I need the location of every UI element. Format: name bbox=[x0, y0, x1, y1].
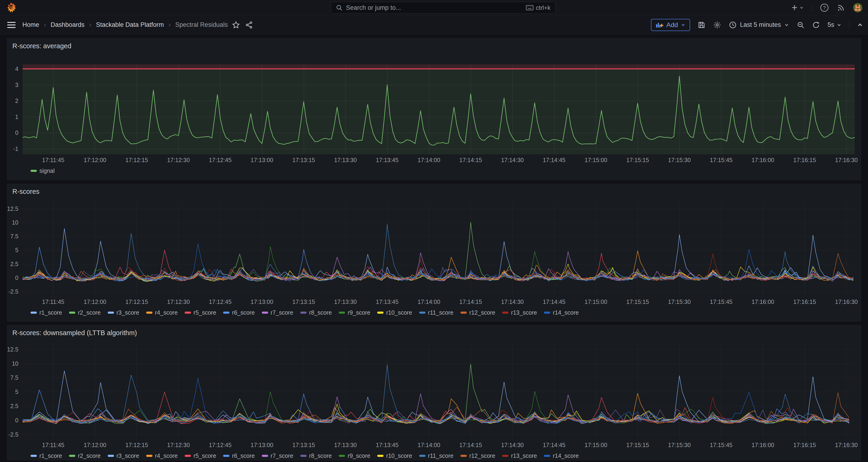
x-tick-label: 17:11:45 bbox=[42, 299, 64, 305]
x-tick-label: 17:15:00 bbox=[585, 299, 607, 305]
legend-label: r1_score bbox=[39, 453, 62, 459]
legend-item[interactable]: r13_score bbox=[502, 309, 537, 316]
legend-item[interactable]: r5_score bbox=[185, 453, 216, 459]
zoom-out-icon[interactable] bbox=[797, 21, 805, 29]
legend-color-pill bbox=[461, 312, 467, 314]
refresh-interval-picker[interactable]: 5s bbox=[828, 21, 842, 28]
legend-item[interactable]: r14_score bbox=[544, 453, 579, 459]
help-icon[interactable]: ? bbox=[820, 3, 829, 12]
x-tick-label: 17:15:30 bbox=[668, 157, 690, 163]
legend-item[interactable]: r5_score bbox=[185, 309, 216, 316]
legend-item[interactable]: r6_score bbox=[223, 309, 255, 316]
refresh-icon[interactable] bbox=[812, 21, 820, 29]
time-series-chart[interactable] bbox=[23, 343, 855, 439]
x-tick-label: 17:12:30 bbox=[167, 157, 190, 163]
legend-label: r7_score bbox=[271, 309, 293, 316]
y-tick-label: -2.5 bbox=[8, 288, 19, 295]
user-avatar[interactable] bbox=[853, 3, 862, 12]
legend-item[interactable]: r12_score bbox=[461, 453, 495, 459]
legend-item[interactable]: r4_score bbox=[146, 453, 178, 459]
x-tick-label: 17:12:15 bbox=[125, 299, 148, 305]
top-nav-bar: Search or jump to... ctrl+k + ? bbox=[0, 0, 868, 16]
search-icon bbox=[336, 4, 343, 11]
x-tick-label: 17:13:45 bbox=[376, 157, 398, 163]
x-tick-label: 17:13:45 bbox=[376, 442, 398, 449]
x-tick-label: 17:12:30 bbox=[167, 442, 190, 449]
x-axis-labels: 17:11:4517:12:0017:12:1517:12:3017:12:45… bbox=[23, 442, 855, 450]
legend-item[interactable]: signal bbox=[31, 167, 55, 174]
legend-item[interactable]: r8_score bbox=[300, 309, 332, 316]
legend-item[interactable]: r14_score bbox=[544, 309, 579, 316]
legend-label: r13_score bbox=[511, 309, 537, 316]
x-tick-label: 17:16:30 bbox=[835, 157, 858, 163]
legend-item[interactable]: r4_score bbox=[146, 309, 178, 316]
legend-color-pill bbox=[31, 455, 37, 457]
time-range-picker[interactable]: Last 5 minutes bbox=[729, 21, 789, 29]
x-tick-label: 17:16:30 bbox=[835, 299, 858, 305]
time-series-chart[interactable] bbox=[23, 203, 855, 296]
legend-item[interactable]: r6_score bbox=[223, 453, 255, 459]
chart-canvas[interactable] bbox=[23, 203, 855, 296]
legend-item[interactable]: r11_score bbox=[419, 309, 454, 316]
dashboard-toolbar: Home › Dashboards › Stackable Data Platf… bbox=[0, 16, 868, 34]
y-tick-label: 10 bbox=[12, 219, 19, 226]
legend-item[interactable]: r7_score bbox=[262, 453, 293, 459]
dashboard-settings-gear-icon[interactable] bbox=[713, 21, 721, 29]
legend-item[interactable]: r10_score bbox=[377, 309, 412, 316]
legend-color-pill bbox=[300, 312, 307, 314]
search-input[interactable]: Search or jump to... ctrl+k bbox=[331, 2, 555, 13]
legend-color-pill bbox=[419, 455, 426, 457]
breadcrumb-dashboards[interactable]: Dashboards bbox=[51, 21, 85, 28]
y-tick-label: 7.5 bbox=[10, 374, 19, 381]
panel-title[interactable]: R-scores: downsampled (LTTB algorithm) bbox=[12, 329, 137, 337]
x-tick-label: 17:14:00 bbox=[417, 442, 440, 449]
save-dashboard-icon[interactable] bbox=[698, 21, 706, 29]
search-shortcut: ctrl+k bbox=[526, 4, 551, 11]
legend-item[interactable]: r12_score bbox=[461, 309, 495, 316]
new-menu-button[interactable]: + bbox=[792, 3, 804, 12]
legend-color-pill bbox=[544, 312, 550, 314]
time-series-chart[interactable] bbox=[23, 64, 855, 154]
legend-label: r3_score bbox=[117, 309, 139, 316]
chart-canvas[interactable] bbox=[23, 64, 855, 154]
legend-item[interactable]: r8_score bbox=[300, 453, 332, 459]
news-rss-icon[interactable] bbox=[837, 3, 845, 12]
panel-title[interactable]: R-scores bbox=[12, 188, 39, 195]
legend-item[interactable]: r7_score bbox=[262, 309, 293, 316]
add-panel-button[interactable]: Add bbox=[651, 19, 690, 31]
x-tick-label: 17:15:00 bbox=[585, 442, 607, 449]
legend-item[interactable]: r9_score bbox=[339, 453, 370, 459]
y-axis-labels: 43210-1 bbox=[7, 64, 20, 174]
share-icon[interactable] bbox=[245, 21, 253, 29]
legend-item[interactable]: r2_score bbox=[69, 453, 100, 459]
legend-item[interactable]: r3_score bbox=[108, 309, 139, 316]
breadcrumb-home[interactable]: Home bbox=[22, 21, 39, 28]
legend-label: r8_score bbox=[309, 309, 332, 316]
legend-item[interactable]: r11_score bbox=[419, 453, 454, 459]
x-tick-label: 17:13:15 bbox=[292, 442, 315, 449]
legend-item[interactable]: r1_score bbox=[31, 309, 62, 316]
divider bbox=[812, 3, 812, 12]
panel-title[interactable]: R-scores: averaged bbox=[12, 42, 71, 50]
grafana-logo-icon[interactable] bbox=[7, 3, 16, 13]
legend-item[interactable]: r1_score bbox=[31, 453, 62, 459]
y-axis-labels: 12.5107.552.50-2.5 bbox=[7, 343, 20, 459]
mega-menu-icon[interactable] bbox=[7, 22, 16, 28]
clock-icon bbox=[729, 21, 737, 29]
chart-canvas[interactable] bbox=[23, 343, 855, 439]
breadcrumb-separator: › bbox=[44, 21, 46, 28]
collapse-up-icon[interactable] bbox=[857, 22, 863, 28]
x-tick-label: 17:15:15 bbox=[626, 157, 649, 163]
x-tick-label: 17:14:15 bbox=[459, 442, 482, 449]
x-tick-label: 17:13:30 bbox=[334, 299, 357, 305]
y-tick-label: 3 bbox=[15, 82, 19, 88]
legend-item[interactable]: r2_score bbox=[69, 309, 100, 316]
favorite-star-icon[interactable] bbox=[232, 21, 240, 29]
x-tick-label: 17:12:00 bbox=[84, 157, 106, 163]
legend-item[interactable]: r13_score bbox=[502, 453, 537, 459]
legend-item[interactable]: r3_score bbox=[108, 453, 139, 459]
svg-text:?: ? bbox=[823, 5, 826, 10]
legend-item[interactable]: r10_score bbox=[377, 453, 412, 459]
breadcrumb-folder[interactable]: Stackable Data Platform bbox=[96, 21, 164, 28]
legend-item[interactable]: r9_score bbox=[339, 309, 370, 316]
